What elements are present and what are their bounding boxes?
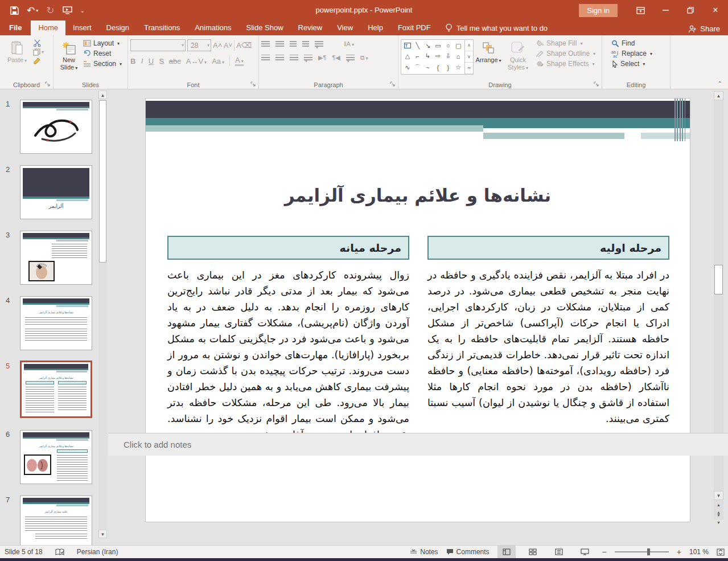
justify-icon[interactable]: [304, 55, 312, 61]
early-stage-body-text[interactable]: در افراد مبتلا به آلزایمر، نقص فزاینده ی…: [427, 267, 669, 427]
numbering-icon[interactable]: [275, 41, 284, 47]
change-case-icon[interactable]: Aa: [212, 57, 224, 65]
italic-icon[interactable]: I: [141, 56, 143, 65]
new-slide-button[interactable]: New Slide: [56, 37, 82, 72]
thumbnail-panel-scrollbar[interactable]: ▲ ▼: [98, 91, 107, 538]
increase-indent-icon[interactable]: [302, 41, 309, 47]
next-slide-icon[interactable]: ▼▼: [714, 511, 723, 519]
left-brace-shape-icon[interactable]: {: [437, 64, 439, 71]
slide-thumbnail-7[interactable]: علت بیماری آلزایمر: [20, 496, 92, 550]
font-name-combo[interactable]: ▾: [130, 39, 186, 51]
underline-icon[interactable]: U: [149, 57, 154, 65]
right-arrow-shape-icon[interactable]: ⇨: [435, 52, 441, 60]
elbow-connector-icon[interactable]: ⌐: [416, 53, 419, 60]
shrink-font-icon[interactable]: A˅: [224, 42, 232, 50]
line-spacing-icon[interactable]: [315, 41, 323, 47]
shapes-scroll-up-icon[interactable]: ∧: [465, 40, 473, 51]
layout-button[interactable]: Layout: [83, 39, 122, 47]
triangle-shape-icon[interactable]: △: [405, 52, 410, 60]
shape-effects-button[interactable]: Shape Effects: [536, 60, 595, 68]
tab-review[interactable]: Review: [291, 21, 330, 35]
reading-view-button[interactable]: [550, 546, 568, 558]
zoom-level[interactable]: 101 %: [689, 548, 709, 556]
slide-thumbnail-4[interactable]: نشانه‌ها وعلائم بیماری آلزایمر: [20, 296, 92, 350]
down-arrow-shape-icon[interactable]: ⇩: [446, 52, 451, 60]
paragraph-dialog-launcher-icon[interactable]: [390, 81, 396, 88]
arrange-button[interactable]: Arrange: [474, 37, 503, 64]
slide-show-view-button[interactable]: [576, 546, 594, 558]
main-scrollbar-thumb[interactable]: [714, 265, 723, 294]
line-shape-icon[interactable]: ╲: [416, 42, 419, 50]
slide-title[interactable]: نشانه‌ها و علائم بیماری آلزایمر: [146, 185, 690, 206]
tab-animations[interactable]: Animations: [187, 21, 238, 35]
text-direction-icon[interactable]: ‖A: [344, 40, 354, 47]
star-shape-icon[interactable]: ☆: [455, 64, 461, 71]
zoom-in-icon[interactable]: +: [677, 547, 681, 556]
oval-shape-icon[interactable]: ○: [446, 42, 450, 49]
replace-button[interactable]: abac Replace: [611, 50, 652, 58]
panel-scroll-up-icon[interactable]: ▲: [98, 91, 107, 99]
fit-slide-to-window-icon[interactable]: [717, 548, 725, 556]
share-button[interactable]: Share: [688, 24, 720, 33]
section-button[interactable]: Section: [83, 60, 122, 68]
character-spacing-icon[interactable]: A↔V: [186, 57, 207, 65]
slide-thumbnail-5-selected[interactable]: نشانه‌ها وعلائم بیماری آلزایمر: [20, 361, 92, 418]
tell-me-box[interactable]: Tell me what you want to do: [438, 23, 554, 35]
tab-slide-show[interactable]: Slide Show: [239, 21, 291, 35]
text-shadow-icon[interactable]: S: [159, 57, 164, 65]
elbow-arrow-connector-icon[interactable]: ↳: [425, 52, 430, 60]
restore-button[interactable]: [678, 0, 703, 21]
cut-icon[interactable]: [33, 39, 44, 47]
sign-in-button[interactable]: Sign in: [579, 4, 618, 17]
zoom-slider[interactable]: [615, 551, 669, 552]
bold-icon[interactable]: B: [130, 57, 135, 65]
align-left-icon[interactable]: [261, 55, 270, 61]
language-indicator[interactable]: Persian (Iran): [77, 548, 118, 556]
paste-button[interactable]: Paste: [2, 37, 32, 64]
shapes-scroll-down-icon[interactable]: ∨: [465, 51, 473, 63]
align-right-icon[interactable]: [290, 55, 298, 61]
bullets-icon[interactable]: [261, 41, 270, 47]
corner-shape-icon[interactable]: ⌂: [456, 53, 460, 60]
zoom-slider-thumb[interactable]: [647, 548, 650, 555]
right-brace-shape-icon[interactable]: }: [447, 64, 449, 71]
notes-placeholder[interactable]: Click to add notes: [124, 440, 191, 449]
strikethrough-icon[interactable]: abc: [169, 57, 181, 65]
text-box-shape-icon[interactable]: [404, 43, 411, 48]
reset-button[interactable]: Reset: [83, 50, 122, 58]
tab-home[interactable]: Home: [31, 21, 65, 35]
slide-thumbnail-3[interactable]: [20, 231, 92, 285]
shapes-more-icon[interactable]: ≂: [465, 63, 473, 74]
font-color-icon[interactable]: A: [235, 56, 244, 66]
early-stage-header-box[interactable]: مرحله اولیه: [427, 236, 669, 260]
tab-file[interactable]: File: [0, 21, 31, 35]
normal-view-button[interactable]: [497, 546, 516, 558]
tab-help[interactable]: Help: [360, 21, 390, 35]
quick-styles-button[interactable]: Quick Styles: [503, 37, 533, 72]
minimize-button[interactable]: [653, 0, 678, 21]
curve-shape-icon[interactable]: ~: [426, 64, 429, 71]
arc-shape-icon[interactable]: ⌒: [414, 63, 421, 72]
rtl-direction-icon[interactable]: ¶◀: [332, 54, 340, 62]
slide-thumbnail-6[interactable]: نشانه‌ها وعلائم بیماری آلزایمر: [20, 430, 92, 484]
collapse-ribbon-icon[interactable]: ⌃: [718, 80, 722, 87]
clipboard-dialog-launcher-icon[interactable]: [45, 81, 51, 88]
select-button[interactable]: Select: [611, 60, 652, 68]
tab-transitions[interactable]: Transitions: [137, 21, 187, 35]
decrease-indent-icon[interactable]: [290, 41, 297, 47]
scroll-down-icon[interactable]: ▼: [714, 491, 723, 500]
tab-design[interactable]: Design: [99, 21, 137, 35]
panel-scrollbar-thumb[interactable]: [99, 100, 106, 263]
rectangle-shape-icon[interactable]: ▭: [435, 42, 441, 50]
slide-thumbnail-2[interactable]: آلزایمر: [20, 165, 92, 219]
slide-canvas[interactable]: نشانه‌ها و علائم بیماری آلزایمر مرحله می…: [145, 98, 690, 522]
notes-pane[interactable]: Click to add notes: [108, 433, 728, 456]
slide-thumbnail-1[interactable]: [20, 100, 92, 154]
drawing-dialog-launcher-icon[interactable]: [594, 81, 600, 88]
tab-view[interactable]: View: [330, 21, 360, 35]
comments-toggle-button[interactable]: Comments: [446, 548, 490, 556]
slide-sorter-view-button[interactable]: [524, 546, 542, 558]
copy-icon[interactable]: [33, 48, 44, 56]
columns-icon[interactable]: [346, 55, 355, 61]
convert-smartart-icon[interactable]: ⧉: [360, 54, 368, 62]
